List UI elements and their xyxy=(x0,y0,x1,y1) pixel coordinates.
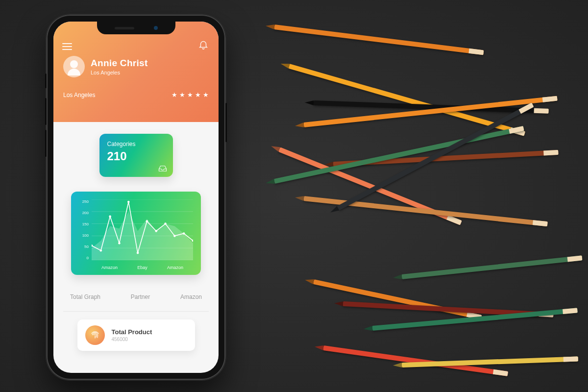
tab-amazon[interactable]: Amazon xyxy=(179,292,203,302)
svg-point-11 xyxy=(137,252,139,254)
profile-block: Annie Christ Los Angeles xyxy=(63,56,209,77)
pencil xyxy=(303,196,547,226)
star-icon: ★ xyxy=(195,91,201,98)
svg-point-16 xyxy=(183,232,185,235)
star-icon: ★ xyxy=(187,91,193,98)
fingerprint-icon xyxy=(85,325,105,345)
rating-stars[interactable]: ★ ★ ★ ★ ★ xyxy=(172,91,209,98)
profile-name: Annie Christ xyxy=(91,58,148,69)
divider xyxy=(63,311,209,312)
total-product-label: Total Product xyxy=(112,328,152,336)
tab-total-graph[interactable]: Total Graph xyxy=(69,292,101,302)
star-icon: ★ xyxy=(179,91,185,98)
pencil xyxy=(402,356,578,368)
phone-frame: Annie Christ Los Angeles Los Angeles ★ ★… xyxy=(47,15,225,380)
pencil xyxy=(401,255,582,279)
total-product-value: 456000 xyxy=(112,337,152,342)
tray-icon xyxy=(158,165,167,172)
svg-point-10 xyxy=(127,201,130,203)
phone-notch xyxy=(97,22,175,34)
svg-point-13 xyxy=(155,230,157,232)
app-header: Annie Christ Los Angeles Los Angeles ★ ★… xyxy=(53,22,219,122)
tab-row: Total Graph Partner Amazon xyxy=(69,292,203,302)
content-area: Categories 210 250200150100500 AmazonEba… xyxy=(53,122,219,361)
chart-plot xyxy=(92,199,193,260)
chart-y-ticks: 250200150100500 xyxy=(77,199,89,260)
pencil xyxy=(274,24,484,55)
svg-point-8 xyxy=(109,215,111,218)
svg-point-12 xyxy=(146,220,148,222)
svg-point-9 xyxy=(118,242,121,245)
pencil xyxy=(313,279,482,320)
svg-point-7 xyxy=(100,249,102,252)
categories-label: Categories xyxy=(107,141,165,147)
star-icon: ★ xyxy=(203,91,209,98)
app-screen: Annie Christ Los Angeles Los Angeles ★ ★… xyxy=(53,22,219,373)
tab-partner[interactable]: Partner xyxy=(130,292,151,302)
svg-point-15 xyxy=(173,235,176,237)
chart-card[interactable]: 250200150100500 AmazonEbayAmazon xyxy=(71,192,201,275)
header-location: Los Angeles xyxy=(63,92,95,98)
chart-x-ticks: AmazonEbayAmazon xyxy=(92,265,193,270)
total-product-card[interactable]: Total Product 456000 xyxy=(77,319,195,351)
categories-card[interactable]: Categories 210 xyxy=(99,134,173,177)
menu-icon[interactable] xyxy=(62,41,72,52)
profile-location: Los Angeles xyxy=(91,70,148,75)
svg-point-14 xyxy=(164,222,167,225)
categories-value: 210 xyxy=(107,149,165,163)
avatar[interactable] xyxy=(63,56,85,77)
bell-icon[interactable] xyxy=(198,39,209,50)
star-icon: ★ xyxy=(172,91,177,98)
